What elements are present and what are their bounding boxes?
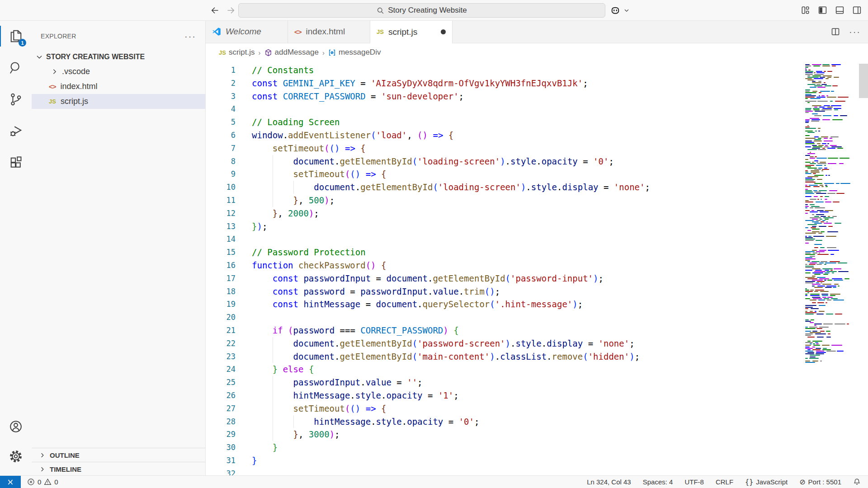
- problems-warnings[interactable]: 0: [44, 478, 58, 486]
- more-actions-icon[interactable]: ···: [849, 29, 861, 34]
- sidebar-item-search[interactable]: [0, 52, 32, 84]
- code-line[interactable]: 15// Password Protection: [206, 246, 868, 259]
- toggle-primary-sidebar-icon[interactable]: [817, 5, 827, 15]
- code-line[interactable]: 9 setTimeout(() => {: [206, 168, 868, 181]
- tree-item-script-js[interactable]: JS script.js: [32, 94, 205, 109]
- language-mode[interactable]: {} JavaScript: [745, 478, 788, 486]
- code-line[interactable]: 13});: [206, 220, 868, 233]
- line-number: 16: [206, 259, 236, 272]
- code-line[interactable]: 10 document.getElementById('loading-scre…: [206, 181, 868, 194]
- breadcrumb-symbol-field[interactable]: messageDiv: [328, 48, 381, 57]
- code-line[interactable]: 17 const passwordInput = document.getEle…: [206, 272, 868, 285]
- line-number: 17: [206, 272, 236, 285]
- gear-icon: [9, 450, 23, 463]
- command-center-label: Story Creating Website: [388, 6, 467, 15]
- code-line[interactable]: 28 hintMessage.style.opacity = '0';: [206, 415, 868, 428]
- html-file-icon: <>: [49, 83, 56, 90]
- breadcrumb-symbol-method[interactable]: addMessage: [264, 48, 319, 57]
- eol-sequence[interactable]: CRLF: [716, 478, 733, 486]
- sidebar-item-extensions[interactable]: [0, 147, 32, 178]
- remote-indicator[interactable]: [0, 476, 21, 488]
- split-editor-icon[interactable]: [831, 27, 840, 36]
- line-number: 14: [206, 233, 236, 246]
- code-line[interactable]: 22 document.getElementById('password-scr…: [206, 337, 868, 350]
- code-line[interactable]: 29 }, 3000);: [206, 428, 868, 441]
- toggle-panel-icon[interactable]: [835, 5, 844, 15]
- code-line[interactable]: 6window.addEventListener('load', () => {: [206, 129, 868, 142]
- code-line[interactable]: 23 document.getElementById('main-content…: [206, 350, 868, 363]
- code-line[interactable]: 26 hintMessage.style.opacity = '1';: [206, 389, 868, 402]
- outline-section[interactable]: OUTLINE: [32, 448, 205, 462]
- code-line[interactable]: 5// Loading Screen: [206, 116, 868, 129]
- code-line[interactable]: 8 document.getElementById('loading-scree…: [206, 155, 868, 168]
- tab-welcome[interactable]: Welcome: [206, 20, 288, 43]
- code-line[interactable]: 7 setTimeout(() => {: [206, 142, 868, 155]
- command-center-search[interactable]: Story Creating Website: [238, 3, 605, 18]
- line-number: 25: [206, 376, 236, 389]
- code-line[interactable]: 21 if (password === CORRECT_PASSWORD) {: [206, 324, 868, 337]
- code-line[interactable]: 11 }, 500);: [206, 194, 868, 207]
- symbol-method-icon: [264, 49, 272, 56]
- code-line[interactable]: 18 const password = passwordInput.value.…: [206, 285, 868, 298]
- sidebar-item-run-debug[interactable]: [0, 115, 32, 147]
- sidebar-item-explorer[interactable]: 1: [0, 20, 32, 52]
- views-and-more-actions-button[interactable]: ···: [184, 34, 196, 38]
- sidebar-item-source-control[interactable]: [0, 84, 32, 115]
- timeline-section[interactable]: TIMELINE: [32, 462, 205, 476]
- tab-index-html[interactable]: <> index.html: [288, 20, 370, 43]
- title-bar: Story Creating Website: [0, 0, 868, 21]
- line-number: 28: [206, 415, 236, 428]
- code-line[interactable]: 24 } else {: [206, 363, 868, 376]
- code-line[interactable]: 19 const hintMessage = document.querySel…: [206, 298, 868, 311]
- code-line[interactable]: 4: [206, 103, 868, 116]
- notifications-button[interactable]: [853, 478, 861, 486]
- modified-dot-icon[interactable]: [441, 29, 446, 34]
- cursor-position-label: Ln 324, Col 43: [587, 478, 631, 486]
- code-editor[interactable]: 1// Constants2const GEMINI_API_KEY = 'AI…: [206, 61, 868, 479]
- editor-scrollbar[interactable]: [859, 64, 868, 98]
- customize-layout-icon[interactable]: [800, 5, 810, 15]
- code-line[interactable]: 2const GEMINI_API_KEY = 'AIzaSyDyXv8qdrm…: [206, 77, 868, 90]
- problems-errors[interactable]: 0: [27, 478, 41, 486]
- line-number: 19: [206, 298, 236, 311]
- explorer-badge: 1: [19, 39, 26, 47]
- extensions-icon: [9, 156, 23, 169]
- code-line[interactable]: 31}: [206, 454, 868, 467]
- breadcrumb-file[interactable]: JS script.js: [219, 48, 255, 57]
- source-control-icon: [9, 93, 23, 106]
- breadcrumbs: JS script.js › addMessage › messageDiv: [206, 43, 868, 61]
- forward-button[interactable]: [226, 5, 236, 15]
- indentation[interactable]: Spaces: 4: [643, 478, 673, 486]
- code-line[interactable]: 20: [206, 311, 868, 324]
- copilot-menu[interactable]: [610, 4, 630, 17]
- tree-item-index-html[interactable]: <> index.html: [32, 79, 205, 94]
- code-line[interactable]: 12 }, 2000);: [206, 207, 868, 220]
- code-line[interactable]: 14: [206, 233, 868, 246]
- line-number: 10: [206, 181, 236, 194]
- outline-label: OUTLINE: [50, 451, 80, 459]
- toggle-secondary-sidebar-icon[interactable]: [852, 5, 862, 15]
- line-number: 26: [206, 389, 236, 402]
- chevron-right-icon: [51, 68, 58, 75]
- code-line[interactable]: 25 passwordInput.value = '';: [206, 376, 868, 389]
- circle-slash-icon: ⊘: [799, 479, 805, 486]
- code-line[interactable]: 30 }: [206, 441, 868, 454]
- accounts-button[interactable]: [0, 412, 32, 441]
- code-lines: 1// Constants2const GEMINI_API_KEY = 'AI…: [206, 64, 868, 479]
- encoding[interactable]: UTF-8: [684, 478, 704, 486]
- tab-label: index.html: [306, 27, 345, 37]
- settings-button[interactable]: [0, 441, 32, 471]
- code-line[interactable]: 16function checkPassword() {: [206, 259, 868, 272]
- braces-icon: {}: [745, 478, 753, 486]
- tab-script-js[interactable]: JS script.js: [370, 20, 453, 43]
- cursor-position[interactable]: Ln 324, Col 43: [587, 478, 631, 486]
- code-line[interactable]: 3const CORRECT_PASSWORD = 'sun-developer…: [206, 90, 868, 103]
- tree-root-folder[interactable]: STORY CREATING WEBSITE: [32, 49, 205, 64]
- port-forward[interactable]: ⊘ Port : 5501: [799, 478, 841, 486]
- code-line[interactable]: 27 setTimeout(() => {: [206, 402, 868, 415]
- back-button[interactable]: [210, 5, 220, 15]
- code-line[interactable]: 1// Constants: [206, 64, 868, 77]
- line-number: 12: [206, 207, 236, 220]
- minimap[interactable]: [805, 64, 856, 365]
- tree-item-vscode[interactable]: .vscode: [32, 64, 205, 79]
